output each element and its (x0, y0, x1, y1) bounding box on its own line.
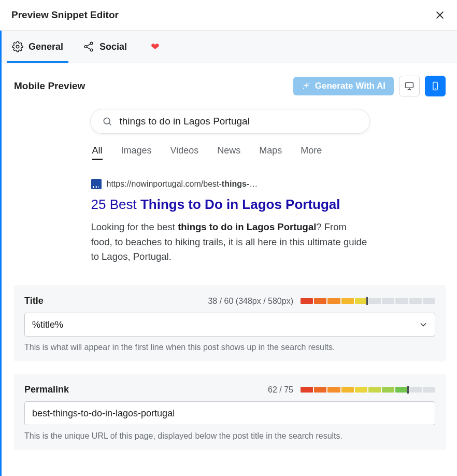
serp-preview: things to do in Lagos Portugal All Image… (90, 109, 370, 264)
serp-tab-videos[interactable]: Videos (170, 145, 199, 160)
tab-general-label: General (28, 41, 63, 52)
svg-point-5 (303, 88, 304, 89)
serp-tab-maps[interactable]: Maps (259, 145, 282, 160)
result-url: https://nowinportugal.com/best-things-… (107, 180, 258, 188)
svg-point-8 (104, 118, 110, 124)
search-query: things to do in Lagos Portugal (120, 116, 250, 127)
svg-rect-6 (406, 82, 413, 88)
permalink-help: This is the unique URL of this page, dis… (24, 431, 435, 441)
title-input[interactable]: %title% (24, 313, 435, 337)
serp-tab-images[interactable]: Images (121, 145, 152, 160)
title-field-card: Title 38 / 60 (348px / 580px) %title% Th… (14, 285, 446, 361)
title-dropdown-toggle[interactable] (418, 319, 429, 330)
tab-general[interactable]: General (12, 31, 63, 63)
modal-title: Preview Snippet Editor (11, 9, 119, 21)
svg-point-3 (90, 49, 93, 51)
permalink-progress (301, 387, 435, 393)
close-icon (435, 10, 445, 20)
permalink-label: Permalink (24, 384, 69, 395)
favicon-icon (91, 179, 102, 189)
serp-tab-more[interactable]: More (301, 145, 322, 160)
serp-tab-all[interactable]: All (92, 145, 103, 160)
svg-point-2 (84, 46, 87, 48)
title-label: Title (24, 296, 44, 306)
serp-tab-news[interactable]: News (217, 145, 240, 160)
modal-header: Preview Snippet Editor (0, 0, 457, 31)
desktop-icon (404, 81, 415, 91)
serp-tabs: All Images Videos News Maps More (90, 145, 370, 160)
title-help: This is what will appear in the first li… (24, 343, 435, 352)
serp-result: https://nowinportugal.com/best-things-… … (90, 179, 370, 264)
share-icon (83, 41, 94, 52)
preview-toolbar: Mobile Preview Generate With AI (14, 76, 446, 96)
title-progress (301, 298, 435, 304)
mobile-icon (430, 81, 440, 91)
search-box[interactable]: things to do in Lagos Portugal (90, 109, 370, 134)
generate-ai-button[interactable]: Generate With AI (293, 77, 394, 95)
result-title[interactable]: 25 Best Things to Do in Lagos Portugal (91, 195, 369, 214)
chevron-down-icon (418, 319, 429, 330)
permalink-input[interactable]: best-things-to-do-in-lagos-portugal (24, 401, 435, 425)
title-value: %title% (32, 319, 63, 330)
title-count: 38 / 60 (348px / 580px) (208, 297, 293, 306)
result-description: Looking for the best things to do in Lag… (91, 220, 369, 264)
permalink-field-card: Permalink 62 / 75 best-things-to-do-in-l… (14, 374, 446, 450)
ai-button-label: Generate With AI (315, 81, 385, 91)
section-title: Mobile Preview (14, 80, 85, 92)
tab-social-label: Social (99, 41, 127, 52)
permalink-count: 62 / 75 (268, 385, 293, 395)
heart-icon: ❤ (151, 40, 160, 53)
close-button[interactable] (434, 9, 446, 21)
search-icon (102, 116, 112, 127)
desktop-preview-button[interactable] (399, 76, 420, 96)
svg-point-4 (308, 83, 309, 84)
permalink-value: best-things-to-do-in-lagos-portugal (32, 408, 175, 419)
mobile-preview-button[interactable] (425, 76, 446, 96)
tab-social[interactable]: Social (83, 31, 127, 63)
sparkle-icon (302, 81, 311, 91)
svg-point-0 (16, 45, 19, 48)
tabbar: General Social ❤ (0, 31, 457, 63)
gear-icon (12, 41, 23, 52)
svg-point-1 (90, 42, 93, 45)
modal-body: Mobile Preview Generate With AI things t… (0, 63, 457, 476)
